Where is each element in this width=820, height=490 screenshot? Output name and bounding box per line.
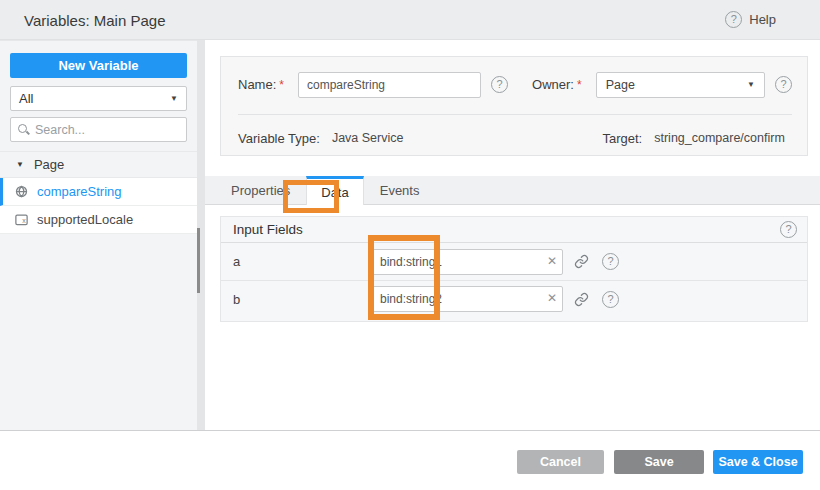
form-divider <box>238 114 792 115</box>
clear-icon[interactable]: ✕ <box>547 254 557 270</box>
variable-type-value: Java Service <box>332 131 404 145</box>
svg-text:x: x <box>22 217 26 224</box>
target-value: string_compare/confirm <box>654 131 785 145</box>
page-title: Variables: Main Page <box>24 12 165 29</box>
tab-data[interactable]: Data <box>306 176 363 205</box>
tree-item-label: supportedLocale <box>37 212 133 227</box>
binding-input-a[interactable] <box>371 249 563 275</box>
collapse-caret-icon: ▼ <box>16 160 24 169</box>
variable-icon: x <box>14 212 29 227</box>
input-fields-title: Input Fields <box>233 222 303 237</box>
input-fields-help-icon[interactable]: ? <box>780 221 797 238</box>
input-field-row-a: a ✕ ? <box>221 243 807 280</box>
clear-icon[interactable]: ✕ <box>547 291 557 307</box>
owner-help-icon[interactable]: ? <box>775 76 792 93</box>
field-label: b <box>233 292 371 307</box>
variable-type-label: Variable Type: <box>238 131 320 146</box>
variable-detail-panel: Name: * ? Owner: * Page ▼ ? Variable Typ… <box>205 40 820 430</box>
cancel-button[interactable]: Cancel <box>517 450 604 474</box>
sidebar-scrollbar-thumb[interactable] <box>197 228 200 293</box>
name-label: Name: <box>238 77 276 92</box>
save-and-close-button[interactable]: Save & Close <box>713 450 803 474</box>
binding-input-b[interactable] <box>371 286 563 312</box>
chevron-down-icon: ▼ <box>170 94 178 103</box>
field-label: a <box>233 254 371 269</box>
input-field-row-b: b ✕ ? <box>221 280 807 317</box>
variables-dialog: Variables: Main Page ? Help New Variable… <box>0 0 820 490</box>
tree-item-label: compareString <box>37 184 122 199</box>
input-fields-section: Input Fields ? a ✕ ? b <box>220 216 808 322</box>
name-input[interactable] <box>298 72 481 98</box>
owner-select[interactable]: Page ▼ <box>596 72 765 98</box>
field-help-icon[interactable]: ? <box>602 291 619 308</box>
filter-selected-value: All <box>19 91 33 106</box>
tree-item-supportedlocale[interactable]: x supportedLocale <box>0 206 197 234</box>
input-fields-header: Input Fields ? <box>221 217 807 243</box>
search-input[interactable] <box>35 123 165 137</box>
new-variable-button[interactable]: New Variable <box>10 53 187 78</box>
help-label: Help <box>749 12 776 27</box>
save-button[interactable]: Save <box>614 450 704 474</box>
variable-summary-form: Name: * ? Owner: * Page ▼ ? Variable Typ… <box>220 56 808 156</box>
required-marker: * <box>577 78 582 92</box>
tree-group-page[interactable]: ▼ Page <box>0 151 197 178</box>
tree-item-comparestring[interactable]: compareString <box>0 178 197 206</box>
search-box <box>10 117 187 142</box>
tab-properties[interactable]: Properties <box>215 176 306 204</box>
tab-events[interactable]: Events <box>364 176 436 204</box>
owner-label: Owner: <box>532 77 574 92</box>
bind-link-icon[interactable] <box>574 254 589 269</box>
filter-select[interactable]: All ▼ <box>10 86 187 111</box>
tree-group-label: Page <box>34 157 64 172</box>
help-icon: ? <box>725 11 742 28</box>
bind-link-icon[interactable] <box>574 292 589 307</box>
dialog-header: Variables: Main Page ? Help <box>0 0 820 40</box>
target-label: Target: <box>602 131 642 146</box>
service-icon <box>14 184 29 199</box>
field-help-icon[interactable]: ? <box>602 253 619 270</box>
required-marker: * <box>279 78 284 92</box>
variables-sidebar: New Variable All ▼ ▼ Page compareS <box>0 40 197 430</box>
detail-tabbar: Properties Data Events <box>205 176 820 205</box>
chevron-down-icon: ▼ <box>747 80 755 89</box>
owner-selected-value: Page <box>606 78 635 92</box>
variables-tree: ▼ Page compareString x <box>0 151 197 234</box>
search-icon <box>18 124 29 135</box>
name-help-icon[interactable]: ? <box>491 76 508 93</box>
help-button[interactable]: ? Help <box>725 11 776 28</box>
dialog-footer: Cancel Save Save & Close <box>0 430 820 490</box>
